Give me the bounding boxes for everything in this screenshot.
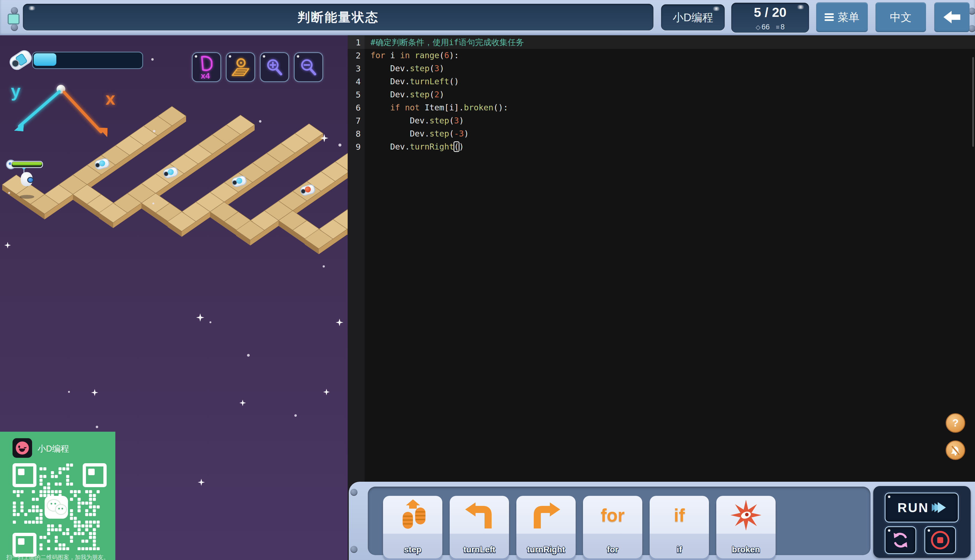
star-dot: [323, 265, 325, 267]
line-number: 8: [348, 127, 361, 140]
code-token: ): [459, 142, 464, 152]
code-token: (: [429, 90, 434, 99]
play-flag-icon: x4: [196, 55, 217, 80]
run-label: RUN: [897, 500, 929, 515]
zoom-out-button[interactable]: [294, 52, 323, 82]
run-button[interactable]: RUN: [885, 493, 959, 522]
game-viewport[interactable]: y x x4: [0, 35, 348, 560]
x-axis-label: x: [105, 88, 115, 109]
code-token: Dev.: [371, 116, 429, 125]
block-card-step[interactable]: step: [383, 496, 442, 558]
qr-caption: 扫一扫上面的二维码图案，加我为朋友。: [0, 553, 115, 560]
text-cursor: (: [454, 142, 459, 152]
star-dot: [68, 391, 70, 393]
code-text: Dev.step(-3): [371, 127, 469, 140]
code-token: [371, 103, 390, 112]
bottom-toolbar: step turnLeft turnRightfor forif if brok…: [349, 482, 975, 560]
star-dot: [247, 354, 250, 357]
qr-finder: [13, 463, 37, 487]
code-token: step: [410, 63, 429, 73]
line-count: 8: [780, 23, 785, 31]
triple-play-icon: [931, 502, 946, 513]
qr-finder: [83, 463, 107, 487]
zoom-in-button[interactable]: [260, 52, 289, 82]
wechat-logo-icon: [45, 496, 68, 519]
energy-bar-track: [32, 52, 143, 69]
code-token: for: [371, 50, 385, 60]
star-dot: [153, 130, 155, 132]
code-token: [400, 103, 405, 112]
magnifier-minus-icon: [299, 57, 318, 77]
stop-button[interactable]: [924, 526, 956, 554]
code-editor[interactable]: 1#确定判断条件，使用if语句完成收集任务2for i in range(6):…: [348, 35, 975, 560]
menu-button[interactable]: 菜单: [816, 2, 868, 32]
language-button[interactable]: 中文: [875, 2, 926, 32]
code-line[interactable]: 1#确定判断条件，使用if语句完成收集任务: [348, 36, 975, 49]
code-text: for i in range(6):: [371, 49, 459, 62]
code-line[interactable]: 8 Dev.step(-3): [348, 127, 975, 140]
code-token: range: [415, 50, 439, 60]
code-line[interactable]: 7 Dev.step(3): [348, 114, 975, 127]
code-token: (: [449, 129, 454, 138]
code-token: 3: [434, 63, 439, 73]
gem-count: 66: [761, 23, 770, 31]
map-button[interactable]: [226, 52, 255, 82]
code-text: Dev.turnLeft(): [371, 75, 459, 88]
step-icon: [383, 497, 442, 533]
code-text: Dev.step(3): [371, 62, 444, 75]
screw-icon: [11, 7, 18, 14]
editor-scrollbar[interactable]: [972, 57, 974, 147]
block-card-turnRight[interactable]: turnRight: [516, 496, 576, 558]
stop-icon: [931, 531, 950, 549]
code-token: Dev.: [371, 90, 410, 99]
energy-bar-fill: [34, 53, 56, 66]
code-line[interactable]: 9 Dev.turnRight(): [348, 140, 975, 153]
star-dot: [209, 321, 211, 323]
block-card-if[interactable]: if if: [649, 496, 709, 558]
code-line[interactable]: 6 if not Item[i].broken():: [348, 101, 975, 114]
block-label: broken: [716, 545, 776, 555]
connector-icon: [8, 13, 20, 25]
code-token: Dev.: [371, 142, 410, 152]
qr-panel: 小D编程 扫一扫上面的二维码图案，加我为朋友。: [0, 432, 115, 560]
code-token: ): [459, 116, 464, 125]
app-name-button[interactable]: 小D编程: [661, 4, 725, 30]
code-line[interactable]: 5 Dev.step(2): [348, 88, 975, 101]
bell-slash-icon: [950, 445, 961, 456]
code-line[interactable]: 2for i in range(6):: [348, 49, 975, 62]
help-button[interactable]: ?: [946, 413, 965, 433]
menu-label: 菜单: [838, 10, 860, 25]
line-number: 7: [348, 114, 361, 127]
code-token: (: [449, 116, 454, 125]
language-label: 中文: [890, 10, 912, 25]
code-text: #确定判断条件，使用if语句完成收集任务: [371, 36, 524, 49]
back-button[interactable]: [934, 2, 970, 32]
code-line[interactable]: 3 Dev.step(3): [348, 62, 975, 75]
code-token: -3: [454, 129, 464, 138]
star-dot: [96, 426, 98, 428]
code-token: not: [405, 103, 419, 112]
block-card-for[interactable]: for for: [583, 496, 642, 558]
code-text: Dev.step(3): [371, 114, 464, 127]
code-token: turnLeft: [410, 77, 449, 86]
level-title-panel: 判断能量状态: [23, 4, 653, 30]
block-card-broken[interactable]: broken: [716, 496, 776, 558]
star-dot: [152, 203, 154, 205]
code-line[interactable]: 4 Dev.turnLeft(): [348, 75, 975, 88]
speed-x4-button[interactable]: x4: [192, 52, 221, 82]
level-progress-button[interactable]: 5 / 20 ◇66 ≡8: [731, 3, 809, 33]
code-token: Dev.: [371, 63, 410, 73]
code-text: Dev.step(2): [371, 88, 444, 101]
svg-text:x4: x4: [201, 71, 210, 80]
block-label: step: [383, 545, 442, 555]
block-label: turnRight: [516, 545, 576, 555]
code-token: (: [429, 63, 434, 73]
list-icon: ≡: [776, 23, 780, 31]
for-keyword-icon: for: [583, 497, 642, 533]
block-label: turnLeft: [450, 545, 509, 555]
star-dot: [151, 58, 154, 61]
block-card-turnLeft[interactable]: turnLeft: [450, 496, 509, 558]
bell-mute-button[interactable]: [946, 440, 965, 460]
reset-button[interactable]: [885, 526, 916, 554]
hamburger-icon: [825, 13, 834, 21]
